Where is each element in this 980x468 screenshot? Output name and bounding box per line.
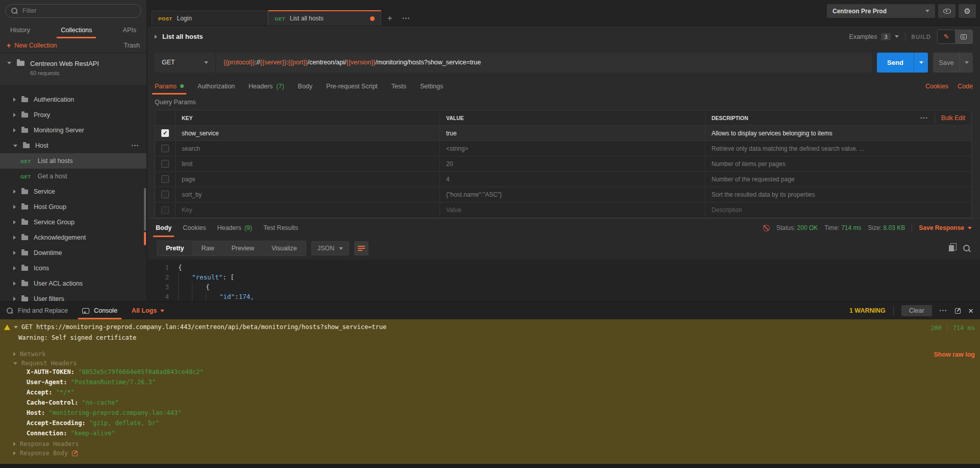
filter-input[interactable] bbox=[22, 7, 135, 14]
chevron-down-icon[interactable] bbox=[14, 326, 18, 329]
sidebar-folder-host[interactable]: Host ••• bbox=[0, 138, 146, 153]
environment-quick-look-button[interactable] bbox=[938, 4, 955, 18]
code-link[interactable]: Code bbox=[958, 83, 973, 90]
send-options-button[interactable] bbox=[914, 53, 928, 73]
param-key[interactable]: search bbox=[176, 141, 440, 156]
table-options-icon[interactable]: ••• bbox=[920, 115, 928, 121]
sidebar-folder-host-group[interactable]: Host Group bbox=[0, 199, 146, 215]
sidebar-folder-authentication[interactable]: Authentication bbox=[0, 92, 146, 107]
param-row[interactable]: search <string> Retrieve only data match… bbox=[155, 141, 971, 156]
copy-icon[interactable] bbox=[949, 245, 954, 251]
param-key[interactable]: show_service bbox=[176, 126, 440, 141]
console-section-request-headers[interactable]: Request Headers bbox=[0, 360, 980, 367]
param-description[interactable]: Allows to display services belonging to … bbox=[705, 126, 971, 141]
response-tab-cookies[interactable]: Cookies bbox=[183, 219, 206, 237]
param-row[interactable]: limit 20 Number of items per pages bbox=[155, 156, 971, 172]
more-actions-icon[interactable]: ••• bbox=[132, 143, 139, 148]
response-tab-body[interactable]: Body bbox=[156, 219, 172, 237]
open-console-window-icon[interactable] bbox=[955, 308, 961, 314]
sidebar-request-list-all-hosts[interactable]: GET List all hosts bbox=[0, 153, 146, 169]
tab-params[interactable]: Params bbox=[155, 78, 184, 95]
show-raw-log-link[interactable]: Show raw log bbox=[934, 351, 975, 358]
sidebar-folder-icons[interactable]: Icons bbox=[0, 261, 146, 276]
param-value-placeholder[interactable]: Value bbox=[440, 202, 705, 218]
search-response-icon[interactable] bbox=[963, 245, 971, 252]
param-description[interactable]: Sort the resulted data by its properties bbox=[705, 187, 971, 202]
environment-selector[interactable]: Centreon Pre Prod bbox=[827, 4, 935, 18]
param-description[interactable]: Number of items per pages bbox=[705, 156, 971, 171]
param-checkbox[interactable] bbox=[161, 191, 169, 198]
param-key[interactable]: limit bbox=[176, 156, 440, 171]
tab-tests[interactable]: Tests bbox=[391, 78, 406, 95]
console-section-response-headers[interactable]: Response Headers bbox=[0, 440, 980, 448]
param-value[interactable]: 4 bbox=[440, 172, 705, 186]
sidebar-request-get-a-host[interactable]: GET Get a host bbox=[0, 169, 146, 184]
request-tab-list-all-hosts[interactable]: GET List all hosts bbox=[268, 10, 381, 26]
param-key-placeholder[interactable]: Key bbox=[176, 202, 440, 218]
sidebar-folder-acknowledgement[interactable]: Acknowledgement bbox=[0, 230, 146, 245]
send-button[interactable]: Send bbox=[877, 53, 914, 73]
filter-box[interactable] bbox=[5, 4, 141, 18]
sidebar-folder-service-group[interactable]: Service Group bbox=[0, 215, 146, 230]
save-options-button[interactable] bbox=[960, 53, 973, 73]
save-response-button[interactable]: Save Response bbox=[919, 224, 972, 231]
param-value[interactable]: true bbox=[440, 126, 705, 141]
tab-apis[interactable]: APIs bbox=[123, 21, 136, 38]
wrap-text-button[interactable] bbox=[354, 241, 369, 255]
console-request-entry[interactable]: GET https://monitoring-preprod.company.l… bbox=[0, 323, 980, 331]
examples-dropdown[interactable]: Examples 3 bbox=[849, 33, 899, 40]
chevron-down-icon[interactable] bbox=[7, 62, 11, 64]
console-section-network[interactable]: Network bbox=[0, 350, 980, 358]
view-pretty[interactable]: Pretty bbox=[157, 241, 192, 255]
param-row[interactable]: page 4 Number of the requested page bbox=[155, 172, 971, 187]
sidebar-scrollbar[interactable] bbox=[144, 188, 146, 231]
param-checkbox[interactable] bbox=[161, 129, 169, 137]
param-key[interactable]: page bbox=[176, 172, 440, 186]
param-description[interactable]: Number of the requested page bbox=[705, 172, 971, 186]
close-console-icon[interactable]: × bbox=[968, 307, 973, 315]
tab-options-icon[interactable]: ••• bbox=[398, 11, 414, 26]
param-value[interactable]: <string> bbox=[440, 141, 705, 156]
tab-authorization[interactable]: Authorization bbox=[198, 78, 235, 95]
param-row[interactable]: sort_by {"host.name":"ASC"} Sort the res… bbox=[155, 187, 971, 202]
tab-history[interactable]: History bbox=[10, 21, 30, 38]
find-and-replace-button[interactable]: Find and Replace bbox=[7, 302, 68, 319]
param-checkbox[interactable] bbox=[161, 175, 169, 183]
sidebar-scrollbar-marker[interactable] bbox=[144, 232, 146, 245]
console-section-response-body[interactable]: Response Body bbox=[0, 450, 980, 457]
tab-body[interactable]: Body bbox=[298, 78, 313, 95]
edit-mode-button[interactable]: ✎ bbox=[938, 30, 955, 43]
console-options-icon[interactable]: ••• bbox=[940, 308, 947, 313]
log-filter-dropdown[interactable]: All Logs bbox=[132, 302, 164, 319]
param-description-placeholder[interactable]: Description bbox=[705, 202, 971, 218]
settings-button[interactable]: ⚙ bbox=[959, 4, 976, 18]
language-selector[interactable]: JSON bbox=[311, 241, 349, 255]
console-tab[interactable]: Console bbox=[82, 302, 117, 319]
url-input[interactable]: {{protocol}}://{{server}}:{{port}}/centr… bbox=[216, 59, 872, 66]
chevron-right-icon[interactable] bbox=[155, 35, 157, 39]
trash-button[interactable]: Trash bbox=[124, 42, 140, 49]
sidebar-folder-downtime[interactable]: Downtime bbox=[0, 245, 146, 261]
method-selector[interactable]: GET bbox=[155, 53, 216, 73]
tab-settings[interactable]: Settings bbox=[420, 78, 443, 95]
response-body-viewer[interactable]: 1 { 2 "result": [ 3 { 4 "id": 174, bbox=[148, 260, 980, 302]
param-description[interactable]: Retrieve only data matching the defined … bbox=[705, 141, 971, 156]
collection-root[interactable]: Centreon Web RestAPI 60 requests bbox=[0, 53, 146, 86]
external-link-icon[interactable] bbox=[72, 451, 78, 456]
sidebar-folder-proxy[interactable]: Proxy bbox=[0, 107, 146, 123]
tab-collections[interactable]: Collections bbox=[61, 21, 92, 38]
view-visualize[interactable]: Visualize bbox=[263, 241, 306, 255]
sidebar-folder-monitoring-server[interactable]: Monitoring Server bbox=[0, 123, 146, 138]
response-tab-test-results[interactable]: Test Results bbox=[263, 219, 298, 237]
response-tab-headers[interactable]: Headers (9) bbox=[217, 219, 252, 237]
param-row[interactable]: show_service true Allows to display serv… bbox=[155, 126, 971, 141]
view-preview[interactable]: Preview bbox=[223, 241, 262, 255]
console-log[interactable]: GET https://monitoring-preprod.company.l… bbox=[0, 319, 980, 464]
view-raw[interactable]: Raw bbox=[192, 241, 223, 255]
sidebar-folder-service[interactable]: Service bbox=[0, 184, 146, 199]
bulk-edit-link[interactable]: Bulk Edit bbox=[941, 114, 965, 122]
sidebar-folder-user-acl-actions[interactable]: User ACL actions bbox=[0, 276, 146, 291]
tab-prerequest-script[interactable]: Pre-request Script bbox=[326, 78, 378, 95]
tab-headers[interactable]: Headers (7) bbox=[249, 78, 284, 95]
clear-console-button[interactable]: Clear bbox=[901, 305, 932, 316]
